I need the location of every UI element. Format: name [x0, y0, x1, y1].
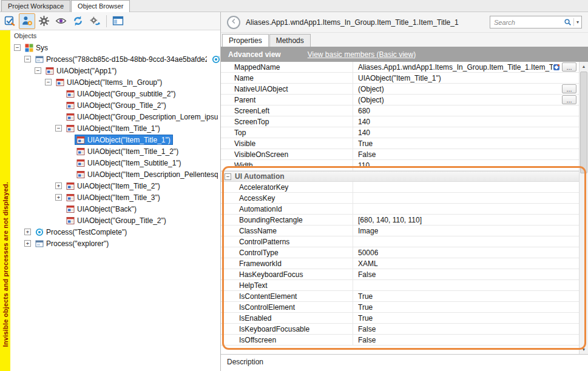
uia-object-icon [76, 158, 85, 167]
property-value[interactable]: (Object)... [353, 95, 579, 105]
select-object-button[interactable] [2, 13, 18, 29]
search-dropdown-icon[interactable]: ▾ [573, 18, 580, 26]
property-name: IsControlElement [221, 302, 353, 312]
tree-node[interactable]: Process("TestComplete") [33, 227, 129, 237]
property-name: MappedName [221, 62, 353, 72]
search-icon[interactable] [564, 18, 572, 26]
tree-node[interactable]: UIAObject("Item_Title_1") [64, 123, 163, 133]
inspector-tabs: PropertiesMethods [221, 33, 588, 47]
panels-icon [112, 15, 124, 27]
tree-node[interactable]: UIAObject("Group_subtitle_2") [64, 89, 178, 99]
property-value[interactable]: 50006 [353, 247, 579, 258]
collapse-minus-icon[interactable]: − [14, 44, 21, 51]
collapse-minus-icon[interactable]: − [24, 56, 31, 62]
tab-methods[interactable]: Methods [269, 34, 311, 47]
property-value[interactable]: Aliases.App1.wndApp1.Items_In_Group.Item… [353, 62, 579, 72]
property-value[interactable] [353, 193, 579, 203]
property-value[interactable]: True [353, 138, 579, 149]
tree-item: UIAObject("Group_Description_Lorem_ipsum… [10, 111, 220, 122]
property-value[interactable]: 140 [353, 116, 579, 127]
property-value[interactable]: True [353, 302, 579, 312]
settings-button[interactable] [36, 13, 52, 29]
tree-node-label: UIAObject("Group_Title_2") [77, 216, 166, 225]
property-value[interactable]: XAML [353, 258, 579, 269]
collapse-minus-icon[interactable]: − [55, 125, 62, 132]
property-value[interactable]: 680 [353, 105, 579, 116]
update-settings-button[interactable] [87, 13, 103, 29]
tree-node-label: Process("TestComplete") [46, 228, 127, 236]
document-tabbar: Project WorkspaceObject Browser [0, 0, 588, 12]
object-spy-button[interactable] [19, 13, 35, 29]
vertical-scrollbar[interactable]: ▲ ▼ [579, 62, 588, 354]
property-value[interactable]: False [353, 324, 579, 334]
property-value[interactable] [353, 236, 579, 247]
scroll-up-icon[interactable]: ▲ [580, 62, 588, 71]
tree-node-label: UIAObject("Group_Description_Lorem_ipsum… [77, 113, 218, 121]
tree-node[interactable]: Sys [23, 42, 50, 53]
tab-object-browser[interactable]: Object Browser [71, 0, 130, 12]
description-panel: Description [221, 354, 588, 371]
property-value[interactable]: Image [353, 226, 579, 236]
tree-node[interactable]: UIAObject("Items_In_Group") [54, 77, 164, 87]
property-value[interactable]: [680, 140, 110, 110] [353, 215, 579, 225]
scroll-down-icon[interactable]: ▼ [580, 345, 588, 354]
uia-object-icon [66, 216, 75, 225]
property-value[interactable]: True [353, 313, 579, 323]
expand-plus-icon[interactable]: + [24, 240, 31, 247]
tree-node[interactable]: UIAObject("App1") [44, 65, 119, 76]
property-value[interactable]: UIAObject("Item_Title_1") [353, 73, 579, 83]
tree-node[interactable]: UIAObject("Item_Title_1_2") [75, 146, 181, 156]
tree-node[interactable]: UIAObject("Group_Title_2") [64, 215, 169, 226]
tree-node[interactable]: UIAObject("Group_Title_2") [64, 100, 169, 110]
property-value[interactable]: False [353, 335, 579, 345]
show-object-button[interactable] [53, 13, 69, 29]
basic-view-link[interactable]: View basic members (Basic view) [308, 50, 416, 59]
ellipsis-button[interactable]: ... [562, 62, 576, 72]
property-value[interactable]: (Object)... [353, 84, 579, 94]
property-row: MappedNameAliases.App1.wndApp1.Items_In_… [221, 62, 579, 73]
refresh-button[interactable] [70, 13, 86, 29]
tree-node-label: UIAObject("Item_Title_3") [77, 193, 160, 202]
tree-node[interactable]: UIAObject("Group_Description_Lorem_ipsum… [64, 112, 220, 122]
scrollbar-thumb[interactable] [580, 72, 587, 173]
collapse-minus-icon[interactable]: − [35, 67, 41, 74]
tree-node[interactable]: UIAObject("Back") [64, 204, 139, 214]
tree-node[interactable]: Process("explorer") [33, 238, 111, 249]
property-value[interactable]: False [353, 149, 579, 159]
tab-properties[interactable]: Properties [222, 34, 269, 47]
tree-item: UIAObject("Item_Subtitle_1") [10, 157, 220, 169]
back-button[interactable] [227, 16, 240, 29]
property-value-text: UIAObject("Item_Title_1") [358, 74, 441, 82]
collapse-minus-icon[interactable]: − [45, 79, 52, 85]
tree-node[interactable]: Process("788cb85c-d15b-48bb-9ccd-34ae5ba… [33, 54, 209, 64]
expand-plus-icon[interactable]: + [55, 182, 62, 189]
tree-node[interactable]: UIAObject("Item_Title_1") [75, 135, 173, 145]
spy-icon [21, 15, 33, 27]
property-value[interactable] [353, 280, 579, 290]
invisible-objects-note: Invisible objects and processes are not … [0, 30, 10, 371]
tree-item: UIAObject("Group_Title_2") [10, 215, 220, 226]
tree-node[interactable]: UIAObject("Item_Description_Pellentesque [75, 169, 220, 179]
property-value-text: 50006 [358, 249, 378, 257]
property-value[interactable] [353, 204, 579, 214]
tree-node[interactable]: UIAObject("Item_Title_3") [64, 192, 163, 202]
property-value[interactable]: True [353, 291, 579, 301]
expand-plus-icon[interactable]: + [24, 229, 31, 235]
tree-node[interactable]: UIAObject("Item_Subtitle_1") [75, 158, 184, 168]
ellipsis-button[interactable]: ... [562, 84, 576, 93]
property-value[interactable]: 110 [353, 160, 579, 170]
uia-object-icon [66, 193, 75, 202]
search-input[interactable] [494, 19, 564, 26]
tree-node[interactable]: UIAObject("Item_Title_2") [64, 181, 163, 191]
collapse-minus-icon[interactable]: − [225, 173, 231, 180]
back-arrow-icon [230, 18, 237, 27]
property-value[interactable]: 140 [353, 127, 579, 138]
expand-plus-icon[interactable]: + [55, 194, 62, 201]
property-value[interactable] [353, 182, 579, 192]
panel-layout-button[interactable] [110, 13, 126, 29]
property-value-text: True [358, 292, 373, 301]
tab-project-workspace[interactable]: Project Workspace [1, 0, 70, 12]
search-box[interactable]: ▾ [490, 16, 582, 28]
property-value[interactable]: False [353, 269, 579, 279]
ellipsis-button[interactable]: ... [562, 95, 576, 104]
